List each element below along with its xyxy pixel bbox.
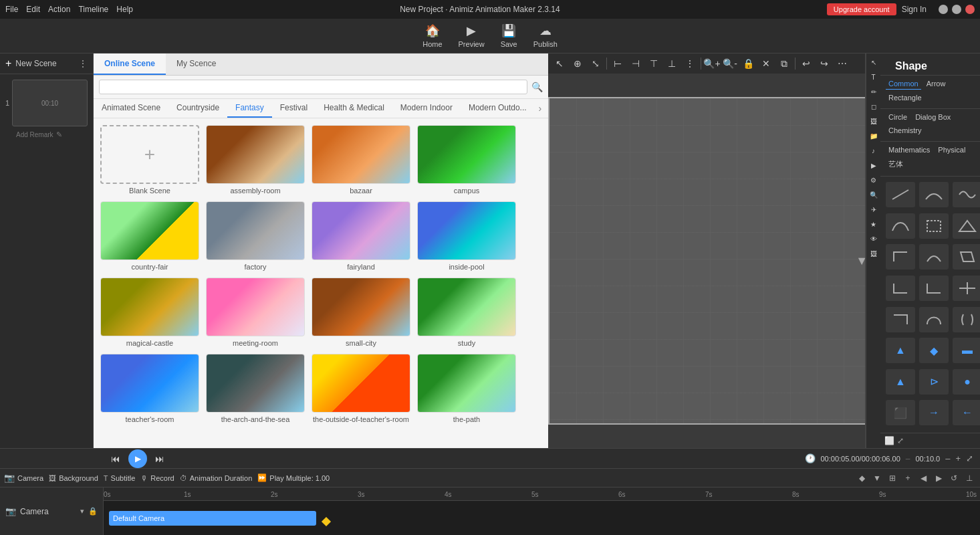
tb-align-center-icon[interactable]: ⊣ [627, 56, 644, 72]
scene-item-bazaar[interactable]: bazaar [312, 125, 410, 195]
playback-next-icon[interactable]: ⏭ [151, 451, 168, 467]
canvas-mini-expand-icon[interactable]: ⤢ [897, 436, 904, 445]
animation-duration-ctrl-item[interactable]: ⏱ Animation Duration [180, 474, 253, 482]
shape-arrow-right[interactable]: → [919, 400, 949, 425]
tb-more-icon[interactable]: ⋯ [834, 56, 851, 72]
maximize-button[interactable] [952, 5, 961, 14]
scene-list-options-icon[interactable]: ⋮ [78, 58, 88, 69]
shape-corner-tl[interactable] [919, 276, 949, 301]
play-button[interactable]: ▶ [128, 449, 147, 468]
scene-list-item-1[interactable]: 1 00:10 Add Remark ✎ [0, 74, 93, 142]
shape-cat-arrow[interactable]: Arrow [924, 78, 949, 90]
tb-scale-icon[interactable]: ⤡ [587, 56, 604, 72]
tb-zoom-out-icon[interactable]: 🔍- [721, 56, 739, 72]
menu-timeline[interactable]: Timeline [78, 5, 108, 14]
scene-item-campus[interactable]: campus [417, 125, 516, 195]
tb-align-left-icon[interactable]: ⊢ [609, 56, 626, 72]
toolbar-save[interactable]: 💾 Save [501, 23, 517, 48]
tl-prev-kf-icon[interactable]: ◀ [916, 473, 930, 483]
cat-countryside[interactable]: Countryside [168, 99, 227, 118]
ris-folder-icon[interactable]: 📁 [868, 130, 880, 142]
shape-circle-solid[interactable]: ● [953, 369, 980, 395]
shape-cat-art[interactable]: 艺体 [886, 158, 906, 171]
ris-text-icon[interactable]: T [868, 71, 880, 83]
shape-chevron[interactable]: ⊳ [919, 369, 949, 395]
shape-arc[interactable] [919, 244, 949, 270]
scene-item-outside-teachers[interactable]: the-outside-of-teacher's-room [312, 354, 410, 423]
tb-copy-icon[interactable]: ⧉ [775, 56, 793, 72]
fit-timeline-icon[interactable]: ⤢ [966, 453, 973, 463]
canvas-mini-rect-icon[interactable]: ⬜ [884, 436, 894, 445]
close-button[interactable] [965, 5, 975, 14]
ris-cursor-icon[interactable]: ↖ [868, 56, 880, 68]
ris-brush-icon[interactable]: ✏ [868, 86, 880, 98]
shape-triangle[interactable] [953, 213, 980, 239]
scene-item-fairyland[interactable]: fairyland [312, 201, 410, 271]
shape-line-diag[interactable] [886, 182, 915, 207]
tb-select-icon[interactable]: ↖ [551, 56, 568, 72]
toolbar-preview[interactable]: ▶ Preview [459, 23, 485, 48]
subtitle-ctrl-item[interactable]: T Subtitle [104, 474, 135, 482]
cat-animated[interactable]: Animated Scene [94, 99, 168, 118]
tl-grid-icon[interactable]: ⊞ [886, 473, 899, 483]
shape-corner-br[interactable] [886, 276, 915, 301]
tb-redo-icon[interactable]: ↪ [816, 56, 833, 72]
ris-picture-icon[interactable]: 🖼 [868, 247, 880, 259]
background-ctrl-item[interactable]: 🖼 Background [49, 474, 98, 482]
ris-settings-icon[interactable]: ⚙ [868, 174, 880, 186]
shape-cat-rectangle[interactable]: Rectangle [886, 92, 925, 103]
shape-triangle-solid[interactable]: ▲ [886, 338, 915, 363]
minimize-button[interactable] [939, 5, 948, 14]
shape-diamond-solid[interactable]: ◆ [919, 338, 949, 363]
shape-cat-physical[interactable]: Physical [935, 144, 968, 155]
tb-distribute-icon[interactable]: ⋮ [681, 56, 699, 72]
tl-snap-icon[interactable]: ⊥ [963, 473, 976, 483]
shape-wave1[interactable] [953, 182, 980, 207]
ris-plane-icon[interactable]: ✈ [868, 203, 880, 215]
cat-modern-outdoor[interactable]: Modern Outdo... [461, 99, 535, 118]
tb-lock-icon[interactable]: 🔒 [739, 56, 757, 72]
ris-star-icon[interactable]: ★ [868, 218, 880, 230]
shape-cube[interactable]: ⬛ [886, 400, 915, 425]
shape-cat-common[interactable]: Common [886, 78, 921, 90]
default-camera-block[interactable]: Default Camera [109, 511, 316, 526]
scene-item-assembly-room[interactable]: assembly-room [206, 125, 305, 195]
ris-filter-icon[interactable]: 🔍 [868, 189, 880, 201]
new-scene-label[interactable]: New Scene [15, 59, 56, 68]
menu-help[interactable]: Help [116, 5, 133, 14]
add-remark-label[interactable]: Add Remark [16, 131, 53, 138]
playback-prev-icon[interactable]: ⏮ [107, 451, 124, 467]
scene-item-path[interactable]: the-path [417, 354, 516, 423]
play-multiple-ctrl-item[interactable]: ⏩ Play Multiple: 1.00 [257, 473, 330, 482]
canvas-grid[interactable] [548, 97, 865, 425]
scene-item-blank[interactable]: + Blank Scene [100, 125, 199, 195]
shape-curve1[interactable] [919, 182, 949, 207]
shape-arrow-left[interactable]: ← [953, 400, 980, 425]
canvas-scroll-down-icon[interactable]: ▼ [856, 254, 865, 268]
tb-move-icon[interactable]: ⊕ [569, 56, 586, 72]
upgrade-button[interactable]: Upgrade account [827, 3, 896, 15]
search-icon[interactable]: 🔍 [531, 82, 543, 92]
tl-next-kf-icon[interactable]: ▶ [932, 473, 945, 483]
camera-ctrl-item[interactable]: 📷 Camera [4, 473, 43, 483]
cat-fantasy[interactable]: Fantasy [227, 99, 272, 118]
tl-filter-icon[interactable]: ▼ [870, 473, 884, 483]
new-scene-plus-icon[interactable]: + [5, 58, 11, 70]
camera-track-options-icon[interactable]: ▾ [80, 507, 84, 516]
scene-item-study[interactable]: study [417, 278, 516, 347]
ris-music-icon[interactable]: ♪ [868, 144, 880, 156]
record-ctrl-item[interactable]: 🎙 Record [140, 474, 174, 482]
scene-search-input[interactable] [99, 80, 527, 94]
shape-plus[interactable] [953, 276, 980, 301]
toolbar-home[interactable]: 🏠 Home [422, 23, 442, 48]
ris-shape-icon[interactable]: ◻ [868, 100, 880, 112]
ris-eye-icon[interactable]: 👁 [868, 233, 880, 245]
category-next-icon[interactable]: › [535, 99, 546, 118]
ris-image-icon[interactable]: 🖼 [868, 115, 880, 127]
signin-button[interactable]: Sign In [902, 5, 927, 14]
zoom-out-timeline-icon[interactable]: – [945, 453, 950, 463]
shape-rect-solid[interactable]: ▬ [953, 338, 980, 363]
menu-edit[interactable]: Edit [26, 5, 40, 14]
menu-action[interactable]: Action [48, 5, 70, 14]
menu-file[interactable]: File [5, 5, 18, 14]
